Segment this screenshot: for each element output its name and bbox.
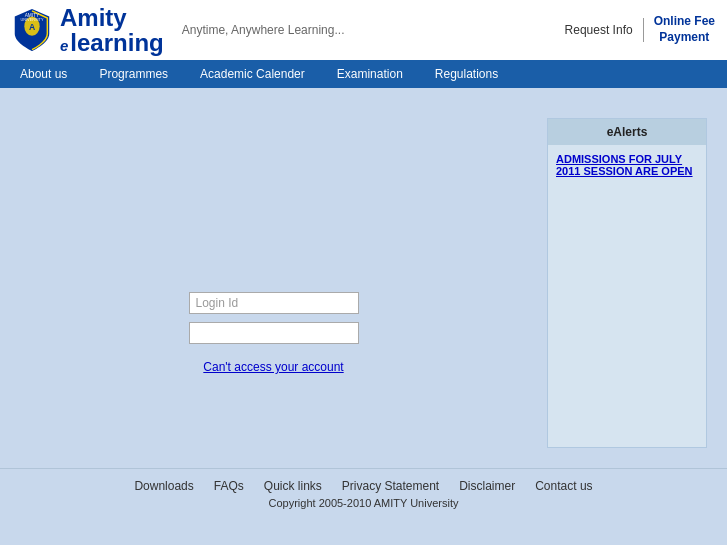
- svg-text:UNIVERSITY: UNIVERSITY: [21, 18, 44, 22]
- online-fee-line1: Online Fee: [654, 14, 715, 28]
- footer-link-downloads[interactable]: Downloads: [134, 479, 193, 493]
- left-panel: Can't access your account: [20, 118, 527, 448]
- header-right: Request Info Online Fee Payment: [565, 14, 715, 45]
- nav-item-academic-calender[interactable]: Academic Calender: [184, 60, 321, 88]
- nav-item-about-us[interactable]: About us: [4, 60, 83, 88]
- nav-item-programmes[interactable]: Programmes: [83, 60, 184, 88]
- nav-item-regulations[interactable]: Regulations: [419, 60, 514, 88]
- login-form: Can't access your account: [189, 292, 359, 374]
- footer-link-disclaimer[interactable]: Disclaimer: [459, 479, 515, 493]
- nav-item-examination[interactable]: Examination: [321, 60, 419, 88]
- logo-learning-text: learning: [70, 31, 163, 55]
- online-fee-line2: Payment: [659, 30, 709, 44]
- password-input[interactable]: [189, 322, 359, 344]
- footer-link-privacy[interactable]: Privacy Statement: [342, 479, 439, 493]
- header: A AMITY UNIVERSITY Amity e learning Anyt…: [0, 0, 727, 60]
- logo-amity-text: Amity: [60, 5, 164, 31]
- ealerts-body: ADMISSIONS FOR JULY 2011 SESSION are ope…: [548, 145, 706, 447]
- header-divider: [643, 18, 644, 42]
- login-id-input[interactable]: [189, 292, 359, 314]
- logo-e-text: e: [60, 38, 68, 53]
- online-fee-payment-link[interactable]: Online Fee Payment: [654, 14, 715, 45]
- footer-link-faqs[interactable]: FAQs: [214, 479, 244, 493]
- logo-text: Amity e learning: [60, 5, 164, 55]
- ealerts-panel: eAlerts ADMISSIONS FOR JULY 2011 SESSION…: [547, 118, 707, 448]
- ealerts-header: eAlerts: [548, 119, 706, 145]
- amity-shield-icon: A AMITY UNIVERSITY: [12, 7, 52, 53]
- footer-links: Downloads FAQs Quick links Privacy State…: [20, 479, 707, 493]
- request-info-link[interactable]: Request Info: [565, 23, 633, 37]
- footer: Downloads FAQs Quick links Privacy State…: [0, 468, 727, 515]
- footer-copyright: Copyright 2005-2010 AMITY University: [20, 497, 707, 509]
- svg-text:A: A: [29, 22, 35, 32]
- svg-text:AMITY: AMITY: [25, 13, 40, 18]
- footer-link-contact[interactable]: Contact us: [535, 479, 592, 493]
- main-content: Can't access your account eAlerts ADMISS…: [0, 88, 727, 468]
- navbar: About us Programmes Academic Calender Ex…: [0, 60, 727, 88]
- logo-area: A AMITY UNIVERSITY Amity e learning Anyt…: [12, 5, 344, 55]
- tagline: Anytime, Anywhere Learning...: [182, 23, 345, 37]
- cant-access-link[interactable]: Can't access your account: [203, 360, 343, 374]
- footer-link-quicklinks[interactable]: Quick links: [264, 479, 322, 493]
- ealerts-admissions-link[interactable]: ADMISSIONS FOR JULY 2011 SESSION are ope…: [556, 153, 693, 177]
